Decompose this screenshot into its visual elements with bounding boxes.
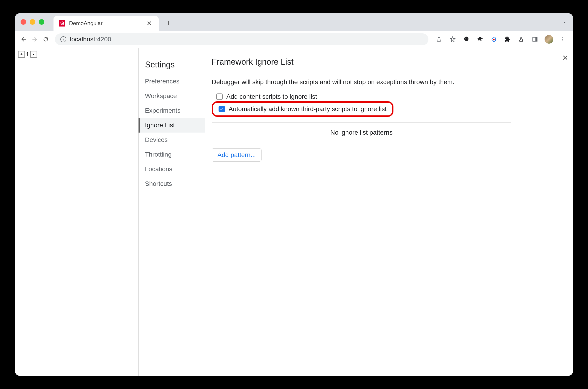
extensions-puzzle-icon[interactable] [503, 35, 512, 43]
panel-title: Framework Ignore List [212, 57, 566, 73]
checkbox-checked-icon[interactable] [219, 106, 225, 112]
browser-tab[interactable]: DemoAngular ✕ [54, 16, 159, 31]
new-tab-button[interactable]: + [164, 19, 173, 27]
bookmark-icon[interactable] [449, 35, 457, 43]
browser-window: DemoAngular ✕ + i localhost:4200 [15, 13, 573, 376]
sidepanel-icon[interactable] [531, 35, 539, 43]
back-button[interactable] [20, 35, 28, 43]
ignore-list-empty: No ignore list patterns [212, 122, 511, 143]
extension-flask-icon[interactable] [517, 35, 525, 43]
nav-throttling[interactable]: Throttling [138, 147, 205, 162]
checkbox-label: Add content scripts to ignore list [226, 93, 317, 100]
share-icon[interactable] [435, 35, 443, 43]
nav-workspace[interactable]: Workspace [138, 89, 205, 103]
nav-locations[interactable]: Locations [138, 162, 205, 176]
url-text: localhost:4200 [70, 36, 111, 43]
window-controls [21, 19, 44, 25]
settings-panel: ✕ Framework Ignore List Debugger will sk… [205, 48, 573, 376]
minimize-window-button[interactable] [30, 19, 35, 25]
extension-incognito-icon[interactable] [476, 35, 484, 43]
url-bar[interactable]: i localhost:4200 [55, 33, 428, 45]
reload-button[interactable] [42, 35, 50, 43]
extension-ladybug-icon[interactable] [490, 35, 498, 43]
settings-title: Settings [138, 57, 205, 74]
devtools-settings: Settings Preferences Workspace Experimen… [138, 48, 573, 376]
svg-point-6 [562, 40, 563, 41]
profile-avatar[interactable] [545, 35, 553, 44]
decrement-button[interactable]: - [31, 51, 37, 58]
panel-description: Debugger will skip through the scripts a… [212, 78, 566, 86]
address-bar: i localhost:4200 [15, 31, 573, 48]
svg-point-5 [562, 39, 563, 40]
forward-button[interactable] [31, 35, 39, 43]
highlighted-setting: Automatically add known third-party scri… [212, 101, 393, 117]
increment-button[interactable]: + [18, 51, 25, 58]
counter-value: 1 [25, 51, 31, 58]
checkbox-label: Automatically add known third-party scri… [229, 105, 387, 113]
counter-widget: + 1 - [18, 51, 135, 58]
svg-point-4 [562, 37, 563, 38]
maximize-window-button[interactable] [39, 19, 44, 25]
add-pattern-button[interactable]: Add pattern... [212, 148, 261, 162]
svg-rect-3 [535, 37, 537, 41]
nav-devices[interactable]: Devices [138, 132, 205, 147]
browser-menu-icon[interactable] [559, 35, 567, 43]
settings-sidebar: Settings Preferences Workspace Experimen… [138, 48, 205, 376]
svg-point-1 [493, 39, 495, 40]
site-info-icon[interactable]: i [60, 36, 66, 42]
tab-overflow-button[interactable] [562, 20, 567, 25]
nav-ignore-list[interactable]: Ignore List [138, 118, 205, 132]
checkbox-third-party-scripts[interactable]: Automatically add known third-party scri… [215, 103, 390, 115]
tab-bar: DemoAngular ✕ + [15, 13, 573, 31]
page-viewport: + 1 - [15, 48, 138, 376]
close-settings-button[interactable]: ✕ [562, 54, 568, 62]
close-tab-button[interactable]: ✕ [145, 20, 153, 27]
checkbox-content-scripts[interactable]: Add content scripts to ignore list [213, 91, 566, 102]
nav-shortcuts[interactable]: Shortcuts [138, 176, 205, 191]
close-window-button[interactable] [21, 19, 26, 25]
tab-title: DemoAngular [69, 20, 141, 27]
checkbox-icon[interactable] [216, 94, 223, 100]
nav-experiments[interactable]: Experiments [138, 103, 205, 118]
extension-skull-icon[interactable] [462, 35, 470, 43]
nav-preferences[interactable]: Preferences [138, 74, 205, 89]
angular-favicon-icon [59, 20, 65, 27]
content-area: + 1 - Settings Preferences Workspace Exp… [15, 48, 573, 376]
